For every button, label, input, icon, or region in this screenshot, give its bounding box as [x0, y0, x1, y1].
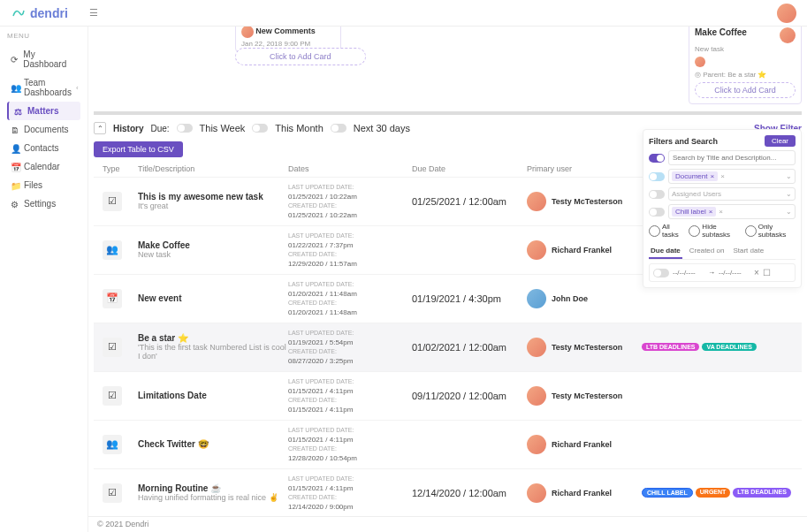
due-date: 01/02/2021 / 12:00am: [412, 342, 527, 353]
menu-toggle-icon[interactable]: ☰: [89, 7, 98, 19]
toggle-this-month[interactable]: [252, 124, 268, 133]
type-icon: 📅: [103, 289, 122, 308]
toggle-this-week[interactable]: [177, 124, 193, 133]
col-title: Title/Description: [138, 164, 288, 173]
type-icon: ☑: [103, 192, 122, 211]
sidebar-item-label: Team Dashboards: [24, 78, 72, 97]
due-date: 01/25/2021 / 12:00am: [412, 196, 527, 207]
user-name: Richard Frankel: [552, 440, 612, 449]
big-card-sub: New task: [695, 45, 796, 53]
sidebar-item-label: Calendar: [24, 162, 60, 171]
calendar-icon[interactable]: ☐: [763, 268, 771, 277]
subtask-radios: All tasks Hide subtasks Only subtasks: [649, 223, 796, 239]
sidebar-item-contacts[interactable]: 👤Contacts: [7, 139, 80, 157]
export-csv-button[interactable]: Export Table to CSV: [94, 141, 183, 157]
tag: LTB DEADLINES: [642, 343, 699, 351]
avatar-icon: [527, 386, 546, 406]
dates-block: LAST UPDATED DATE:01/15/2021 / 4:11pmCRE…: [288, 377, 412, 414]
users-select[interactable]: Assigned Users ⌄: [668, 187, 796, 201]
toggle-type[interactable]: [649, 172, 665, 181]
chevron-down-icon[interactable]: ⌄: [786, 208, 792, 216]
search-input[interactable]: [668, 150, 796, 165]
menu-label: MENU: [7, 32, 80, 40]
sidebar-item-calendar[interactable]: 📅Calendar: [7, 157, 80, 176]
sidebar-item-documents[interactable]: 🗎Documents: [7, 120, 80, 139]
row-title: Be a star ⭐: [138, 333, 288, 343]
sidebar-item-label: Matters: [27, 106, 59, 116]
row-subtitle: It's great: [138, 201, 288, 210]
type-icon: ☑: [103, 483, 122, 503]
date-to-input[interactable]: [719, 269, 750, 277]
due-date: 12/14/2020 / 12:00am: [412, 488, 527, 498]
table-wrap: Filters and Search Clear Document× × ⌄: [94, 161, 802, 532]
tab-start-date[interactable]: Start date: [731, 244, 765, 259]
tag: LTB DEADLINES: [733, 488, 790, 498]
table-row[interactable]: ☑ Morning Routine ☕Having unified format…: [94, 468, 802, 517]
tab-due-date[interactable]: Due date: [649, 244, 682, 259]
sidebar: MENU ⟳My Dashboard👥Team Dashboards‹⚖Matt…: [0, 27, 88, 532]
table-row[interactable]: ☑ Limitations Date LAST UPDATED DATE:01/…: [94, 371, 802, 420]
radio-hide-subtasks[interactable]: Hide subtasks: [689, 223, 739, 239]
user-name: Testy McTesterson: [552, 391, 622, 400]
user-avatar[interactable]: [777, 4, 796, 23]
toggle-labels[interactable]: [649, 208, 665, 217]
card-sub: Jan 22, 2018 9:00 PM: [241, 40, 335, 48]
clear-date-icon[interactable]: ×: [754, 268, 759, 277]
chevron-down-icon[interactable]: ⌄: [786, 190, 792, 198]
dates-block: LAST UPDATED DATE:01/22/2021 / 7:37pmCRE…: [288, 232, 412, 269]
logo: dendri ☰: [11, 5, 98, 21]
nav-icon: 👤: [11, 144, 19, 153]
nav-icon: 👥: [11, 83, 19, 92]
sidebar-item-label: Settings: [24, 199, 56, 209]
user-cell: Testy McTesterson: [527, 192, 642, 211]
table-row[interactable]: ☑ Be a star ⭐'This is the first task Num…: [94, 323, 802, 371]
sidebar-item-matters[interactable]: ⚖Matters: [7, 102, 80, 120]
user-name: John Doe: [552, 294, 588, 303]
sidebar-item-team-dashboards[interactable]: 👥Team Dashboards‹: [7, 73, 80, 102]
sidebar-item-files[interactable]: 📁Files: [7, 176, 80, 194]
add-card-button-right[interactable]: Click to Add Card: [695, 82, 796, 98]
type-icon: ☑: [103, 338, 122, 357]
add-card-button-left[interactable]: Click to Add Card: [235, 48, 366, 65]
nav-icon: 🗎: [11, 125, 19, 134]
chevron-down-icon[interactable]: ⌄: [786, 172, 792, 180]
chip-remove-icon[interactable]: ×: [710, 172, 714, 180]
clear-icon[interactable]: ×: [720, 172, 725, 180]
sidebar-item-label: Files: [24, 180, 42, 190]
toggle-users[interactable]: [649, 190, 665, 199]
avatar-icon: [780, 27, 796, 43]
row-title: New event: [138, 293, 288, 303]
nav-icon: ⟳: [11, 55, 19, 64]
chip-remove-icon[interactable]: ×: [709, 208, 713, 216]
toggle-search[interactable]: [649, 154, 665, 163]
toggle-date[interactable]: [653, 269, 669, 277]
table-row[interactable]: 👥 Check Twitter 🤓 LAST UPDATED DATE:01/1…: [94, 420, 802, 468]
row-title: Check Twitter 🤓: [138, 439, 288, 449]
col-user: Primary user: [527, 164, 642, 173]
labels-select[interactable]: Chill label× × ⌄: [668, 204, 796, 219]
tab-created-on[interactable]: Created on: [688, 244, 727, 259]
collapse-history-icon[interactable]: ⌃: [94, 122, 106, 134]
avatar-icon: [527, 483, 546, 503]
nav-icon: 📅: [11, 163, 19, 171]
chip-chill: Chill label×: [672, 207, 716, 217]
date-from-input[interactable]: [673, 269, 704, 277]
clear-filters-button[interactable]: Clear: [765, 135, 796, 147]
row-title: Limitations Date: [138, 391, 288, 400]
sidebar-item-settings[interactable]: ⚙Settings: [7, 194, 80, 213]
this-month-label: This Month: [275, 123, 323, 133]
toggle-next-30[interactable]: [331, 124, 346, 133]
user-cell: Testy McTesterson: [527, 386, 642, 406]
user-name: Testy McTesterson: [552, 343, 622, 352]
clear-icon[interactable]: ×: [719, 208, 723, 216]
sidebar-item-my-dashboard[interactable]: ⟳My Dashboard: [7, 45, 80, 73]
type-icon: 👥: [103, 435, 122, 454]
radio-all-tasks[interactable]: All tasks: [649, 223, 683, 239]
avatar-icon: [527, 435, 546, 454]
filters-panel: Filters and Search Clear Document× × ⌄: [643, 129, 802, 288]
dates-block: LAST UPDATED DATE:01/15/2021 / 4:11pmCRE…: [288, 475, 412, 512]
dates-block: LAST UPDATED DATE:01/15/2021 / 4:11pmCRE…: [288, 426, 412, 463]
type-select[interactable]: Document× × ⌄: [668, 169, 796, 184]
card-make-coffee[interactable]: Make Coffee New task ◎ Parent: Be a star…: [689, 27, 802, 104]
radio-only-subtasks[interactable]: Only subtasks: [745, 223, 796, 239]
